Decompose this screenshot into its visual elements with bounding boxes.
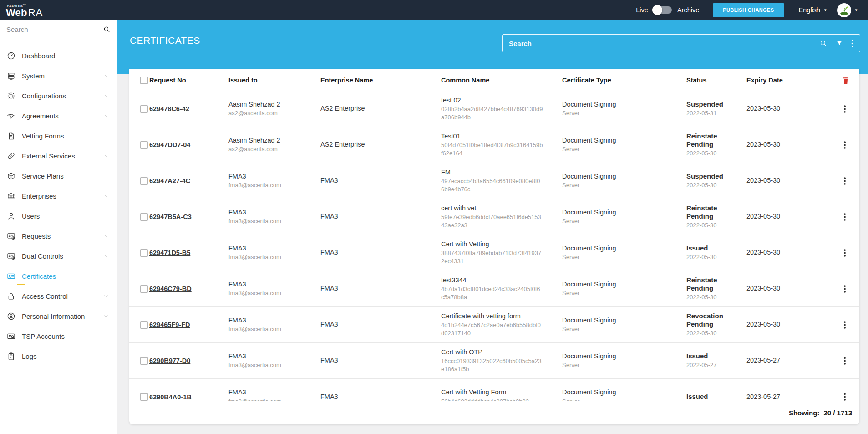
request-no-link[interactable]: 62947B5A-C3 (149, 213, 192, 220)
request-no-link[interactable]: 629465F9-FD (149, 321, 190, 328)
row-checkbox[interactable] (140, 357, 148, 365)
table-row: 62946C79-BD FMA3 fma3@ascertia.com FMA3 … (129, 271, 859, 307)
certificate-type: Document Signing (562, 316, 681, 325)
kebab-icon (844, 177, 846, 185)
issued-to-email: fma3@ascertia.com (228, 253, 315, 261)
sidebar-item-label: Certificates (22, 272, 103, 280)
table-row: 629465F9-FD FMA3 fma3@ascertia.com FMA3 … (129, 307, 859, 343)
row-checkbox[interactable] (140, 249, 148, 257)
row-checkbox[interactable] (140, 213, 148, 221)
status-text: Reinstate Pending (686, 132, 725, 149)
row-actions-button[interactable] (842, 139, 848, 151)
brand-logo[interactable]: Ascertia™ WebRA (0, 3, 43, 18)
table-row: 62947DD7-04 Aasim Shehzad 2 as2@ascertia… (129, 127, 859, 163)
sidebar-item-requests[interactable]: Requests (0, 226, 117, 246)
sidebar-item-logs[interactable]: Logs (0, 346, 117, 366)
sidebar-item-configurations[interactable]: Configurations (0, 86, 117, 106)
row-checkbox[interactable] (140, 141, 148, 149)
enterprise-name: AS2 Enterprise (320, 104, 436, 113)
sidebar-item-certificates[interactable]: Certificates (0, 266, 117, 286)
sidebar-item-agreements[interactable]: Agreements (0, 106, 117, 126)
sidebar-item-dashboard[interactable]: Dashboard (0, 46, 117, 66)
common-name: cert with vet (441, 204, 557, 213)
row-actions-button[interactable] (842, 355, 848, 367)
live-archive-toggle[interactable] (654, 6, 672, 14)
row-actions-button[interactable] (842, 247, 848, 259)
row-actions-button[interactable] (842, 391, 848, 401)
table-search-input[interactable] (509, 40, 811, 47)
search-icon[interactable] (103, 26, 111, 33)
row-checkbox[interactable] (140, 321, 148, 329)
common-name-hash: 16ccc0193391325022c60b5005c5a23e186a1f5b (441, 357, 543, 373)
sidebar-item-label: Dual Controls (22, 252, 103, 260)
row-actions-button[interactable] (842, 103, 848, 115)
kebab-icon (844, 393, 846, 401)
col-certificate-type: Certificate Type (562, 77, 686, 84)
page-header-band: CERTIFICATES (117, 20, 868, 74)
sidebar-item-users[interactable]: Users (0, 206, 117, 226)
chevron-down-icon (103, 313, 109, 319)
row-checkbox[interactable] (140, 285, 148, 293)
certificate-type: Document Signing (562, 100, 681, 109)
issued-to-email: fma3@ascertia.com (228, 289, 315, 297)
chevron-down-icon (103, 193, 109, 199)
row-checkbox[interactable] (140, 393, 148, 401)
search-icon[interactable] (819, 39, 827, 47)
sidebar-item-personal-information[interactable]: Personal Information (0, 306, 117, 326)
row-actions-button[interactable] (842, 175, 848, 187)
request-no-link[interactable]: 6290B977-D0 (149, 357, 190, 364)
request-no-link[interactable]: 629478C6-42 (149, 105, 189, 112)
sidebar-item-system[interactable]: System (0, 66, 117, 86)
row-actions-button[interactable] (842, 319, 848, 331)
sidebar-item-enterprises[interactable]: Enterprises (0, 186, 117, 206)
common-name: Certificate with vetting form (441, 312, 557, 321)
table-search-box (502, 34, 860, 52)
enterprise-name: FMA3 (320, 284, 436, 293)
table-row: 62947A27-4C FMA3 fma3@ascertia.com FMA3 … (129, 163, 859, 199)
sidebar-search-input[interactable] (6, 26, 103, 33)
row-checkbox[interactable] (140, 177, 148, 185)
sidebar-item-label: System (22, 72, 103, 80)
request-no-link[interactable]: 629471D5-B5 (149, 249, 190, 256)
more-options-icon[interactable] (851, 40, 853, 47)
request-no-link[interactable]: 62946C79-BD (149, 285, 192, 292)
clipboard-icon (7, 352, 15, 361)
user-menu[interactable]: ▼ (837, 3, 858, 17)
sidebar-item-label: Dashboard (22, 52, 103, 60)
sidebar-item-access-control[interactable]: Access Control (0, 286, 117, 306)
issued-to-name: FMA3 (228, 244, 315, 253)
select-all-checkbox[interactable] (140, 77, 148, 84)
request-no-link[interactable]: 6290B4A0-1B (149, 393, 192, 401)
sidebar-item-tsp-accounts[interactable]: TSP Accounts (0, 326, 117, 346)
language-dropdown[interactable]: English ▼ (799, 6, 827, 14)
bulk-delete-button[interactable] (842, 76, 849, 85)
row-actions-button[interactable] (842, 283, 848, 295)
sidebar-item-vetting-forms[interactable]: Vetting Forms (0, 126, 117, 146)
chevron-down-icon: ▼ (823, 8, 827, 12)
common-name: test3344 (441, 276, 557, 285)
status-text: Issued (686, 352, 725, 361)
chevron-down-icon (103, 93, 109, 98)
sidebar-item-label: Users (22, 212, 103, 220)
sidebar-item-external-services[interactable]: External Services (0, 146, 117, 166)
certificate-subtype: Server (562, 109, 681, 117)
card-search-icon (7, 332, 15, 341)
avatar (837, 3, 851, 17)
brand-webra: WebRA (6, 7, 43, 18)
trash-icon (842, 76, 849, 85)
publish-changes-button[interactable]: PUBLISH CHANGES (713, 3, 784, 17)
row-actions-button[interactable] (842, 211, 848, 223)
request-no-link[interactable]: 62947DD7-04 (149, 141, 190, 148)
sidebar-menu: Dashboard System Configurations Agreemen… (0, 39, 117, 366)
status-date: 2022-05-30 (686, 253, 741, 261)
row-checkbox[interactable] (140, 105, 148, 113)
sidebar-item-service-plans[interactable]: Service Plans (0, 166, 117, 186)
status-date: 2022-05-30 (686, 181, 741, 189)
common-name: Cert with OTP (441, 348, 557, 357)
expiry-date: 2023-05-30 (746, 176, 809, 185)
request-no-link[interactable]: 62947A27-4C (149, 177, 190, 184)
sidebar-item-dual-controls[interactable]: Dual Controls (0, 246, 117, 266)
chevron-down-icon (103, 113, 109, 118)
certificate-subtype: Server (562, 217, 681, 225)
filter-icon[interactable] (836, 40, 843, 47)
